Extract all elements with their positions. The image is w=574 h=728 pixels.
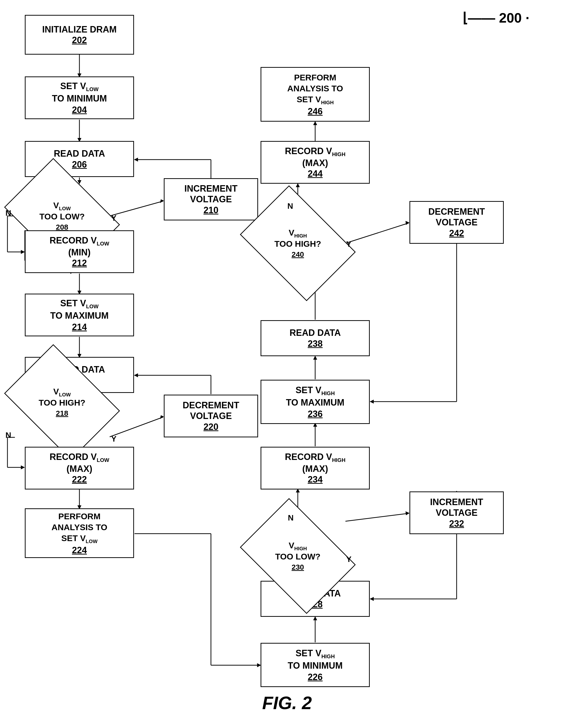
box-204-num: 204: [72, 105, 87, 115]
box-222-label: RECORD VLOW(MAX): [50, 451, 109, 474]
svg-marker-48: [313, 356, 317, 360]
box-220-num: 220: [204, 421, 218, 432]
box-220: DECREMENTVOLTAGE 220: [164, 395, 258, 437]
box-226: SET VHIGHTO MINIMUM 226: [260, 643, 370, 687]
diamond-230-text: VHIGHTOO LOW? 230: [275, 540, 321, 572]
label-208-y: Y: [111, 213, 116, 223]
box-244: RECORD VHIGH(MAX) 244: [260, 141, 370, 184]
box-206-label: READ DATA: [54, 148, 105, 159]
svg-marker-10: [134, 158, 138, 162]
box-212-label: RECORD VLOW(MIN): [50, 235, 109, 258]
diamond-240-text: VHIGHTOO HIGH? 240: [275, 228, 321, 259]
box-244-num: 244: [308, 168, 323, 179]
box-222-num: 222: [72, 474, 87, 485]
box-244-label: RECORD VHIGH(MAX): [285, 146, 345, 168]
box-234-num: 234: [308, 474, 323, 485]
ref-200-bracket: ⌊―― 200 ·: [462, 10, 529, 26]
diamond-230: VHIGHTOO LOW? 230: [251, 521, 345, 591]
fig-label: FIG. 2: [262, 693, 312, 713]
box-236-label: SET VHIGHTO MAXIMUM: [286, 385, 344, 409]
svg-marker-22: [160, 415, 164, 419]
box-214-num: 214: [72, 322, 87, 332]
box-210-label: INCREMENTVOLTAGE: [184, 183, 238, 205]
svg-marker-39: [406, 511, 409, 515]
label-240-y: Y: [346, 240, 352, 249]
svg-marker-35: [313, 616, 317, 620]
svg-marker-25: [134, 373, 138, 377]
box-232-num: 232: [449, 518, 464, 529]
box-202-label: INITIALIZE DRAM: [42, 24, 117, 35]
box-234: RECORD VHIGH(MAX) 234: [260, 447, 370, 489]
box-232: INCREMENTVOLTAGE 232: [409, 491, 504, 534]
diamond-240: VHIGHTOO HIGH? 240: [251, 208, 345, 278]
box-222: RECORD VLOW(MAX) 222: [25, 447, 134, 489]
flowchart-diagram: INITIALIZE DRAM 202 SET VLOWTO MINIMUM 2…: [0, 0, 574, 728]
label-230-y: Y: [346, 555, 352, 564]
box-202-num: 202: [72, 35, 87, 45]
box-210-num: 210: [204, 205, 218, 215]
svg-marker-57: [296, 183, 300, 187]
box-238-label: READ DATA: [290, 327, 341, 338]
label-218-n: N: [5, 431, 11, 440]
svg-line-21: [110, 417, 163, 437]
label-218-y: Y: [111, 434, 116, 444]
box-242-num: 242: [449, 228, 464, 239]
svg-marker-67: [21, 466, 25, 469]
box-232-label: INCREMENTVOLTAGE: [430, 497, 483, 518]
svg-line-6: [110, 201, 163, 216]
box-246: PERFORMANALYSIS TOSET VHIGH 246: [260, 67, 370, 122]
box-246-num: 246: [308, 106, 323, 117]
box-242-label: DECREMENTVOLTAGE: [428, 206, 485, 228]
diamond-218-text: VLOWTOO HIGH? 218: [39, 387, 85, 418]
box-234-label: RECORD VHIGH(MAX): [285, 451, 345, 474]
box-236-num: 236: [308, 409, 323, 419]
box-238-num: 238: [308, 338, 323, 349]
box-204: SET VLOWTO MINIMUM 204: [25, 76, 134, 119]
box-210: INCREMENTVOLTAGE 210: [164, 178, 258, 220]
box-214: SET VLOWTO MAXIMUM 214: [25, 294, 134, 336]
box-212: RECORD VLOW(MIN) 212: [25, 230, 134, 273]
box-206-num: 206: [72, 159, 87, 170]
svg-marker-42: [370, 597, 374, 601]
box-238: READ DATA 238: [260, 320, 370, 356]
box-224-label: PERFORMANALYSIS TOSET VLOW: [52, 511, 108, 545]
box-220-label: DECREMENTVOLTAGE: [182, 400, 239, 421]
label-240-n: N: [287, 202, 293, 211]
svg-marker-55: [370, 400, 374, 404]
box-226-num: 226: [308, 672, 323, 682]
box-214-label: SET VLOWTO MAXIMUM: [50, 297, 109, 322]
svg-marker-52: [406, 221, 409, 225]
box-226-label: SET VHIGHTO MINIMUM: [288, 648, 342, 672]
box-246-label: PERFORMANALYSIS TOSET VHIGH: [287, 72, 343, 106]
label-230-n: N: [288, 513, 294, 523]
svg-marker-59: [313, 121, 317, 125]
box-212-num: 212: [72, 258, 87, 268]
box-224-num: 224: [72, 545, 87, 556]
svg-line-51: [345, 223, 409, 243]
diamond-208-text: VLOWTOO LOW? 208: [39, 200, 85, 232]
box-202: INITIALIZE DRAM 202: [25, 15, 134, 54]
box-204-label: SET VLOWTO MINIMUM: [52, 80, 107, 105]
diamond-218: VLOWTOO HIGH? 218: [15, 367, 109, 437]
svg-marker-7: [160, 199, 164, 203]
svg-line-38: [345, 513, 409, 521]
box-242: DECREMENTVOLTAGE 242: [409, 201, 504, 244]
box-224: PERFORMANALYSIS TOSET VLOW 224: [25, 508, 134, 558]
box-236: SET VHIGHTO MAXIMUM 236: [260, 380, 370, 424]
label-208-n: N: [5, 208, 11, 218]
